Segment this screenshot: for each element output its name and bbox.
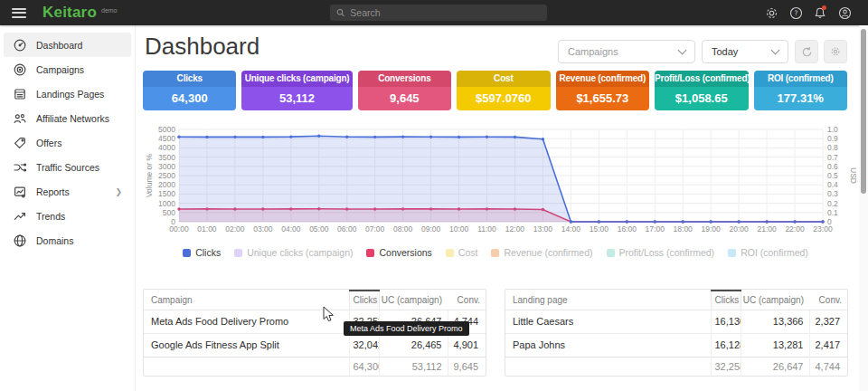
svg-text:0.5: 0.5 bbox=[827, 171, 838, 180]
table-row[interactable]: Papa Johns16,12813,2812,417 bbox=[505, 333, 847, 357]
campaigns-filter-select[interactable]: Campaigns bbox=[558, 40, 695, 63]
sidebar-item-reports[interactable]: Reports❯ bbox=[4, 179, 131, 204]
legend-item-roi-confirmed[interactable]: ROI (confirmed) bbox=[728, 247, 808, 258]
legend-item-revenue-confirmed[interactable]: Revenue (confirmed) bbox=[491, 247, 592, 258]
column-header-conv[interactable]: Conv. bbox=[448, 291, 486, 310]
affiliate-networks-icon bbox=[13, 111, 27, 126]
page-scrollbar bbox=[859, 25, 868, 391]
legend-label: Revenue (confirmed) bbox=[504, 247, 592, 258]
svg-text:1000: 1000 bbox=[158, 199, 175, 208]
sidebar-item-landings-pages[interactable]: Landings Pages bbox=[4, 81, 131, 106]
sidebar-item-campaigns[interactable]: Campaigns bbox=[4, 57, 131, 81]
notification-dot bbox=[822, 5, 826, 10]
row-value-cell: 13,366 bbox=[741, 310, 809, 333]
legend-item-cost[interactable]: Cost bbox=[446, 247, 478, 258]
svg-text:21:00: 21:00 bbox=[757, 224, 777, 234]
table-row[interactable]: Little Caesars16,13013,3662,327 bbox=[505, 310, 847, 333]
svg-text:04:00: 04:00 bbox=[281, 224, 301, 234]
row-tooltip: Meta Ads Food Delivery Promo bbox=[344, 321, 469, 336]
sidebar-item-dashboard[interactable]: Dashboard bbox=[4, 33, 131, 57]
svg-text:3500: 3500 bbox=[158, 153, 175, 162]
sidebar-item-traffic-sources[interactable]: Traffic Sources bbox=[4, 155, 131, 179]
legend-item-clicks[interactable]: Clicks bbox=[183, 247, 221, 258]
stat-card-label: Profit/Loss (confirmed) bbox=[655, 71, 748, 87]
table-totals-row: 32,25826,6474,744 bbox=[505, 357, 847, 376]
totals-cell: 9,645 bbox=[448, 357, 486, 376]
svg-text:0.6: 0.6 bbox=[827, 162, 838, 171]
brand-demo-label: demo bbox=[101, 7, 118, 14]
chevron-down-icon bbox=[771, 46, 780, 55]
search-input[interactable] bbox=[350, 7, 541, 18]
legend-item-profit-loss-confirmed[interactable]: Profit/Loss (confirmed) bbox=[607, 247, 715, 258]
refresh-icon bbox=[801, 46, 813, 58]
totals-cell: 53,112 bbox=[379, 357, 448, 376]
svg-text:16:00: 16:00 bbox=[618, 224, 637, 234]
date-range-select[interactable]: Today bbox=[702, 40, 788, 63]
settings-icon[interactable] bbox=[764, 5, 778, 20]
row-name-cell[interactable]: Meta Ads Food Delivery Promo bbox=[144, 310, 349, 333]
stat-card-label: Cost bbox=[457, 71, 550, 87]
sidebar-item-label: Dashboard bbox=[36, 40, 82, 51]
svg-text:09:00: 09:00 bbox=[421, 224, 441, 234]
sidebar-item-label: Affiliate Networks bbox=[36, 113, 109, 124]
row-name-cell[interactable]: Google Ads Fitness App Split bbox=[144, 333, 349, 357]
trends-icon bbox=[13, 209, 27, 224]
chevron-right-icon: ❯ bbox=[115, 187, 122, 196]
reports-icon bbox=[13, 185, 27, 199]
stat-card-label: Unique clicks (campaign) bbox=[241, 71, 352, 87]
column-header-landing-page[interactable]: Landing page bbox=[505, 291, 711, 310]
sidebar-item-trends[interactable]: Trends bbox=[4, 204, 131, 228]
column-header-campaign[interactable]: Campaign bbox=[144, 291, 349, 310]
row-name-cell[interactable]: Little Caesars bbox=[505, 310, 711, 333]
scrollbar-thumb[interactable] bbox=[861, 29, 866, 194]
column-header-clicks[interactable]: Clicks bbox=[349, 291, 379, 310]
legend-item-conversions[interactable]: Conversions bbox=[366, 247, 431, 258]
svg-text:18:00: 18:00 bbox=[674, 224, 693, 234]
global-search[interactable] bbox=[330, 5, 547, 21]
legend-swatch bbox=[607, 249, 615, 257]
table-totals-row: 64,30053,1129,645 bbox=[144, 357, 486, 376]
column-header-uc-campaign[interactable]: UC (campaign) bbox=[379, 291, 448, 310]
svg-text:1500: 1500 bbox=[158, 189, 175, 198]
column-header-uc-campaign[interactable]: UC (campaign) bbox=[741, 291, 809, 310]
legend-item-unique-clicks-campaign[interactable]: Unique clicks (campaign) bbox=[234, 247, 353, 258]
row-value-cell: 32,042 bbox=[349, 333, 379, 357]
chevron-down-icon bbox=[678, 46, 687, 55]
help-icon[interactable]: ? bbox=[788, 5, 803, 20]
refresh-button[interactable] bbox=[795, 40, 818, 63]
stat-card-value: 177.31% bbox=[754, 87, 847, 110]
svg-text:02:00: 02:00 bbox=[225, 224, 245, 234]
stat-card-clicks: Clicks64,300 bbox=[143, 71, 236, 110]
dashboard-settings-button[interactable] bbox=[824, 40, 847, 63]
user-account-icon[interactable] bbox=[837, 5, 852, 20]
svg-text:0.2: 0.2 bbox=[827, 199, 838, 208]
sidebar-item-affiliate-networks[interactable]: Affiliate Networks bbox=[4, 106, 131, 130]
legend-label: Clicks bbox=[195, 247, 221, 258]
column-header-clicks[interactable]: Clicks bbox=[711, 291, 741, 310]
notifications-bell-icon[interactable] bbox=[813, 5, 827, 20]
svg-text:07:00: 07:00 bbox=[365, 224, 385, 234]
svg-text:01:00: 01:00 bbox=[197, 224, 217, 234]
legend-label: Conversions bbox=[379, 247, 431, 258]
stat-card-label: Clicks bbox=[143, 71, 236, 87]
sidebar-item-domains[interactable]: Domains bbox=[4, 228, 131, 253]
table-row[interactable]: Google Ads Fitness App Split32,04226,465… bbox=[144, 333, 486, 357]
gear-icon bbox=[830, 46, 841, 57]
sidebar-item-label: Landings Pages bbox=[36, 89, 104, 100]
stat-card-unique-clicks-campaign: Unique clicks (campaign)53,112 bbox=[241, 71, 352, 110]
sidebar-item-offers[interactable]: Offers bbox=[4, 130, 131, 155]
totals-cell: 26,647 bbox=[741, 357, 809, 376]
brand-logo[interactable]: Keitaro bbox=[42, 4, 97, 22]
legend-swatch bbox=[446, 249, 454, 257]
row-name-cell[interactable]: Papa Johns bbox=[505, 333, 711, 357]
left-axis-label: Volume or % bbox=[145, 153, 154, 197]
right-axis-label: USD bbox=[849, 167, 856, 184]
domains-icon bbox=[13, 234, 27, 248]
svg-text:?: ? bbox=[794, 9, 797, 17]
offers-icon bbox=[13, 136, 27, 150]
column-header-conv[interactable]: Conv. bbox=[809, 291, 847, 310]
menu-toggle-icon[interactable] bbox=[12, 8, 26, 18]
svg-text:0.4: 0.4 bbox=[827, 180, 838, 189]
svg-text:0.1: 0.1 bbox=[827, 208, 838, 217]
svg-text:1.0: 1.0 bbox=[827, 125, 838, 134]
